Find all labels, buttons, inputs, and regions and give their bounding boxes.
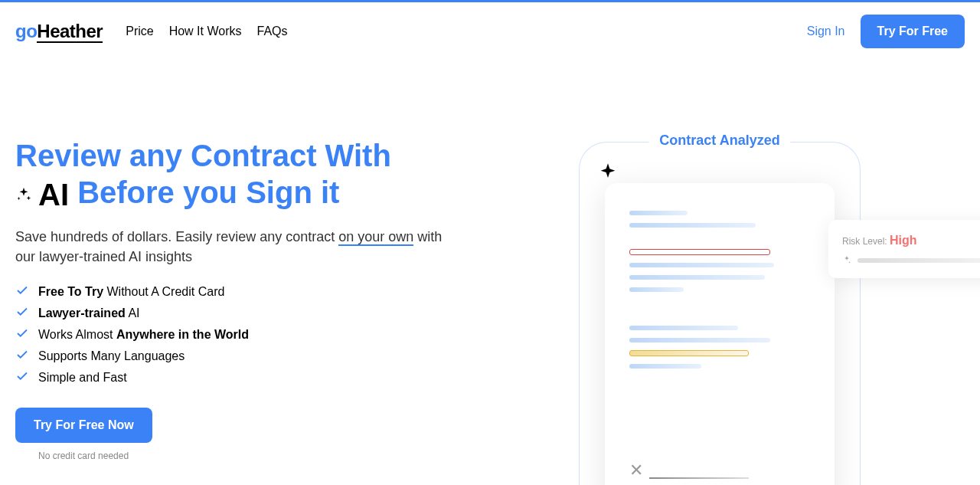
risk-row bbox=[842, 255, 980, 266]
cta-button[interactable]: Try For Free Now bbox=[15, 408, 152, 443]
doc-line bbox=[629, 326, 738, 330]
illustration-frame: Contract Analyzed ✕ bbox=[574, 137, 865, 485]
feature-item: Works Almost Anywhere in the World bbox=[15, 326, 444, 343]
feature-item: Supports Many Languages bbox=[15, 348, 444, 365]
nav-how-it-works[interactable]: How It Works bbox=[169, 25, 242, 38]
subtitle-a: Save hundreds of dollars. Easily review … bbox=[15, 229, 338, 244]
risk-line bbox=[858, 258, 980, 263]
title-line2: Before you Sign it bbox=[77, 175, 339, 209]
doc-line bbox=[629, 287, 684, 292]
hero-left: Review any Contract With AI Before you S… bbox=[15, 137, 444, 485]
feature-pre: Works Almost bbox=[38, 328, 116, 341]
feature-rest: AI bbox=[126, 306, 140, 320]
logo-heather: Heather bbox=[37, 21, 103, 43]
feature-bold: Lawyer-trained bbox=[38, 306, 126, 320]
document-card: ✕ bbox=[605, 183, 835, 485]
feature-rest: Simple and Fast bbox=[38, 371, 127, 385]
header: goHeather Price How It Works FAQs Sign I… bbox=[0, 2, 980, 61]
hero-title: Review any Contract With AI Before you S… bbox=[15, 137, 444, 213]
nav-price[interactable]: Price bbox=[126, 25, 153, 38]
check-icon bbox=[15, 283, 29, 300]
doc-line-highlight-yellow bbox=[629, 350, 749, 356]
hero-section: Review any Contract With AI Before you S… bbox=[0, 61, 980, 485]
features-list: Free To Try Without A Credit Card Lawyer… bbox=[15, 283, 444, 386]
check-icon bbox=[15, 326, 29, 343]
doc-line bbox=[629, 364, 701, 369]
risk-value: High bbox=[890, 234, 917, 247]
feature-item: Free To Try Without A Credit Card bbox=[15, 283, 444, 300]
feature-bold: Free To Try bbox=[38, 285, 103, 298]
subtitle-underline: on your own bbox=[338, 229, 413, 246]
feature-bold: Anywhere in the World bbox=[116, 328, 249, 341]
feature-item: Lawyer-trained AI bbox=[15, 305, 444, 322]
feature-rest: Without A Credit Card bbox=[103, 285, 224, 298]
hero-right: Contract Analyzed ✕ bbox=[475, 137, 965, 485]
doc-line bbox=[629, 275, 765, 280]
check-icon bbox=[15, 348, 29, 365]
doc-line bbox=[629, 223, 756, 228]
signature-line bbox=[649, 477, 749, 479]
header-right: Sign In Try For Free bbox=[807, 15, 965, 48]
signin-link[interactable]: Sign In bbox=[807, 25, 845, 38]
hero-subtitle: Save hundreds of dollars. Easily review … bbox=[15, 227, 444, 267]
check-icon bbox=[15, 305, 29, 322]
logo[interactable]: goHeather bbox=[15, 21, 103, 42]
risk-text: Risk Level: High bbox=[842, 234, 980, 247]
title-line1: Review any Contract With bbox=[15, 139, 391, 172]
feature-rest: Supports Many Languages bbox=[38, 349, 185, 363]
logo-go: go bbox=[15, 21, 37, 41]
title-ai-part: AI bbox=[15, 176, 69, 213]
risk-popup: Risk Level: High bbox=[828, 220, 980, 278]
nav-links: Price How It Works FAQs bbox=[126, 25, 287, 38]
title-ai: AI bbox=[38, 176, 69, 213]
sparkle-icon bbox=[842, 255, 851, 266]
no-card-note: No credit card needed bbox=[38, 451, 444, 461]
doc-line-highlight-red bbox=[629, 249, 770, 255]
try-free-button[interactable]: Try For Free bbox=[861, 15, 965, 48]
x-icon: ✕ bbox=[629, 460, 643, 480]
nav-faqs[interactable]: FAQs bbox=[256, 25, 287, 38]
doc-line bbox=[629, 211, 688, 215]
doc-line bbox=[629, 338, 770, 342]
risk-label: Risk Level: bbox=[842, 236, 890, 247]
sparkles-icon bbox=[15, 186, 32, 203]
check-icon bbox=[15, 369, 29, 386]
doc-line bbox=[629, 263, 774, 267]
analyzed-label: Contract Analyzed bbox=[648, 133, 790, 149]
feature-item: Simple and Fast bbox=[15, 369, 444, 386]
